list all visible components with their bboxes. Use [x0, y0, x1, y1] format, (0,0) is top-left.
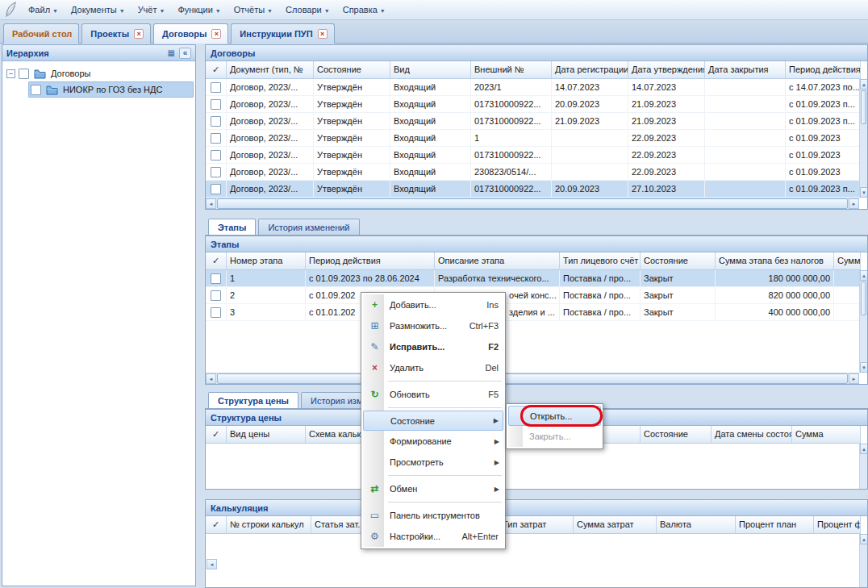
close-icon[interactable]: × — [211, 29, 221, 39]
tree-item-0[interactable]: −Договоры — [2, 65, 195, 81]
table-row[interactable]: 3с 01.01.202зделия и ...Поставка / про..… — [206, 304, 859, 321]
menubar-item-0[interactable]: Файл▼ — [22, 2, 65, 18]
table-row[interactable]: 2с 01.09.202очей конс...Поставка / про..… — [206, 287, 859, 304]
tree-checkbox[interactable] — [19, 69, 29, 79]
column-header[interactable]: Внешний № — [471, 61, 552, 79]
vertical-scrollbar[interactable]: ▲ ▼ — [859, 270, 867, 373]
row-checkbox[interactable] — [211, 133, 221, 144]
scroll-down-icon[interactable]: ▼ — [860, 362, 867, 373]
column-header[interactable]: Период действия... — [786, 61, 861, 79]
subtab-0[interactable]: Структура цены — [208, 392, 298, 408]
context-menu-item-5[interactable]: ↻ОбновитьF5 — [363, 384, 503, 405]
row-checkbox[interactable] — [211, 184, 221, 194]
scroll-right-icon[interactable]: ► — [849, 373, 859, 384]
scroll-down-icon[interactable]: ▼ — [860, 187, 867, 198]
context-menu-item-0[interactable]: +Добавить...Ins — [363, 294, 503, 315]
select-all-header[interactable]: ✓ — [206, 61, 227, 79]
grid-settings-icon[interactable]: ▦ — [168, 48, 175, 57]
column-header[interactable]: Дата утверждения — [628, 61, 705, 79]
column-header[interactable]: Тип лицевого счёт — [560, 252, 641, 270]
context-menu-item-7[interactable]: Состояние▶ — [363, 411, 503, 431]
context-menu-item-13[interactable]: ▭Панель инструментов — [363, 505, 503, 526]
column-header[interactable]: Процент ф... — [814, 516, 861, 534]
column-header[interactable]: Вид — [390, 61, 471, 79]
table-row[interactable]: Договор, 2023/...УтверждёнВходящий017310… — [206, 181, 859, 198]
row-checkbox[interactable] — [211, 290, 221, 301]
column-header[interactable]: Документ (тип, № — [227, 61, 314, 79]
table-row[interactable]: Договор, 2023/...УтверждёнВходящий017310… — [206, 113, 859, 130]
column-header[interactable]: Вид цены — [227, 426, 306, 444]
column-header[interactable]: Сумма этапа без налогов — [716, 252, 834, 270]
scroll-up-icon[interactable]: ▲ — [860, 79, 867, 90]
row-checkbox[interactable] — [211, 273, 221, 284]
select-all-header[interactable]: ✓ — [206, 516, 227, 534]
tab-3[interactable]: Инструкции ПУП× — [231, 23, 334, 44]
tree-expander-icon[interactable]: − — [6, 69, 15, 78]
column-header[interactable]: № строки калькул — [227, 516, 311, 534]
column-header[interactable]: Тип затрат — [499, 516, 574, 534]
row-checkbox[interactable] — [211, 116, 221, 127]
menubar-item-5[interactable]: Словари▼ — [279, 2, 336, 18]
row-checkbox[interactable] — [211, 167, 221, 177]
vertical-scrollbar[interactable]: ▲ ▼ — [859, 79, 867, 198]
select-all-header[interactable]: ✓ — [206, 426, 227, 444]
menubar-item-1[interactable]: Документы▼ — [65, 2, 131, 18]
column-header[interactable]: Описание этапа — [435, 252, 560, 270]
table-row[interactable]: Договор, 2023/...УтверждёнВходящий122.09… — [206, 130, 859, 147]
table-row[interactable]: 1с 01.09.2023 по 28.06.2024Разработка те… — [206, 270, 859, 287]
row-checkbox[interactable] — [211, 150, 221, 161]
subtab-0[interactable]: Этапы — [208, 219, 256, 235]
context-menu-item-9[interactable]: Просмотреть▶ — [363, 452, 503, 473]
table-row[interactable]: Договор, 2023/...УтверждёнВходящий2023/1… — [206, 79, 859, 96]
row-checkbox[interactable] — [211, 99, 221, 110]
menubar-item-4[interactable]: Отчёты▼ — [227, 2, 279, 18]
scroll-thumb[interactable] — [217, 198, 848, 209]
table-row[interactable]: Договор, 2023/...УтверждёнВходящий017310… — [206, 96, 859, 113]
scroll-up-icon[interactable]: ▲ — [860, 444, 867, 454]
column-header[interactable]: Сумма затрат — [574, 516, 657, 534]
vertical-scrollbar[interactable]: ▲ — [859, 444, 867, 489]
tree-item-1[interactable]: НИОКР по ГОЗ без НДС — [2, 81, 195, 98]
tab-0[interactable]: Рабочий стол — [3, 23, 79, 44]
scroll-left-icon[interactable]: ◄ — [207, 559, 217, 569]
scroll-thumb[interactable] — [217, 373, 848, 384]
tree-checkbox[interactable] — [31, 85, 41, 95]
menubar-item-2[interactable]: Учёт▼ — [131, 2, 172, 18]
column-header[interactable]: Сумма — [834, 252, 861, 270]
horizontal-scrollbar[interactable]: ◄ ► — [206, 198, 859, 209]
context-menu-item-8[interactable]: Формирование▶ — [363, 431, 503, 452]
tab-2[interactable]: Договоры× — [153, 23, 228, 44]
scroll-left-icon[interactable]: ◄ — [206, 198, 216, 209]
splitter[interactable] — [196, 44, 205, 588]
table-row[interactable]: Договор, 2023/...УтверждёнВходящий017310… — [206, 147, 859, 164]
column-header[interactable]: Сумма — [792, 426, 861, 444]
context-menu-item-11[interactable]: ⇄Обмен▶ — [363, 478, 503, 499]
scroll-left-icon[interactable]: ◄ — [206, 373, 216, 384]
menubar-item-3[interactable]: Функции▼ — [171, 2, 227, 18]
subtab-1[interactable]: История изменений — [258, 219, 359, 235]
close-icon[interactable]: × — [318, 29, 328, 39]
column-header[interactable]: Состояние — [641, 426, 712, 444]
context-menu-item-3[interactable]: ×УдалитьDel — [363, 357, 503, 378]
context-menu-item-1[interactable]: ⊞Размножить...Ctrl+F3 — [363, 315, 503, 336]
context-menu-item-2[interactable]: ✎Исправить...F2 — [363, 336, 503, 357]
scroll-thumb[interactable] — [861, 281, 866, 315]
column-header[interactable]: Процент план — [736, 516, 814, 534]
menubar-item-6[interactable]: Справка▼ — [336, 2, 392, 18]
table-row[interactable]: Договор, 2023/...УтверждёнВходящий230823… — [206, 164, 859, 181]
column-header[interactable]: Номер этапа — [227, 252, 306, 270]
column-header[interactable]: Состояние — [314, 61, 390, 79]
vertical-scrollbar[interactable]: ▲ — [859, 534, 867, 587]
column-header[interactable]: Дата смены состоя — [712, 426, 792, 444]
submenu-item-0[interactable]: Открыть... — [508, 406, 601, 426]
scroll-thumb[interactable] — [861, 90, 866, 124]
column-header[interactable]: Дата закрытия — [705, 61, 786, 79]
column-header[interactable]: Дата регистрации — [552, 61, 628, 79]
scroll-right-icon[interactable]: ► — [849, 198, 859, 209]
column-header[interactable]: Валюта — [657, 516, 736, 534]
tab-1[interactable]: Проекты× — [81, 23, 151, 44]
column-header[interactable]: Период действия — [306, 252, 435, 270]
row-checkbox[interactable] — [211, 307, 221, 318]
horizontal-scrollbar[interactable]: ◄ ► — [206, 373, 859, 384]
row-checkbox[interactable] — [211, 82, 221, 93]
